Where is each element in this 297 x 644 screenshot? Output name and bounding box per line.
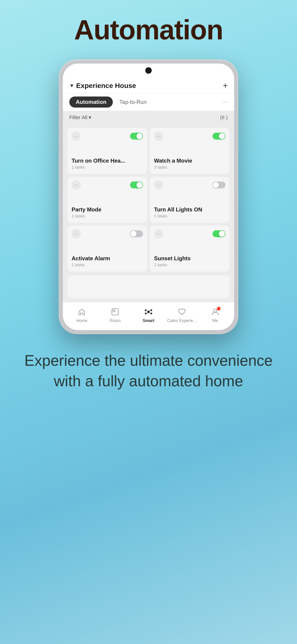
card-menu-1[interactable]: ··· — [154, 132, 163, 141]
nav-item-me[interactable]: Me — [198, 307, 232, 323]
automation-card-2[interactable]: ··· Party Mode 1 tasks — [68, 177, 147, 223]
card-name-0: Turn on Office Hea... — [72, 158, 143, 164]
card-menu-5[interactable]: ··· — [154, 229, 163, 238]
room-icon — [109, 307, 121, 317]
card-menu-0[interactable]: ··· — [72, 132, 81, 141]
card-name-2: Party Mode — [72, 206, 143, 213]
card-name-3: Turn All Lights ON — [154, 206, 226, 213]
card-tasks-5: 1 tasks — [154, 262, 226, 268]
svg-point-2 — [147, 310, 150, 313]
automation-card-3[interactable]: ··· Turn All Lights ON 1 tasks — [150, 177, 230, 223]
nav-item-home[interactable]: Home — [65, 307, 98, 323]
automation-card-1[interactable]: ··· Watch a Movie 3 tasks — [150, 128, 230, 174]
automation-card-0[interactable]: ··· Turn on Office Hea... 1 tasks — [68, 128, 147, 174]
svg-point-6 — [150, 312, 152, 314]
card-top-1: ··· — [154, 132, 226, 141]
card-bottom-3: Turn All Lights ON 1 tasks — [154, 206, 226, 218]
card-toggle-1[interactable] — [212, 133, 226, 140]
phone-frame: ▼ Experience House + Automation Tap-to-R… — [59, 60, 238, 334]
card-tasks-0: 1 tasks — [72, 165, 143, 170]
card-toggle-3[interactable] — [212, 182, 226, 188]
tabs-more-button[interactable]: ··· — [222, 99, 228, 105]
nav-label-calex: Calex Experie... — [167, 318, 196, 323]
page-title: Automation — [74, 14, 223, 46]
camera-dot — [145, 67, 152, 74]
nav-label-room: Room — [110, 318, 121, 323]
card-top-5: ··· — [154, 229, 226, 238]
nav-label-home: Home — [76, 318, 87, 323]
bottom-nav: Home Room — [63, 302, 234, 330]
svg-rect-0 — [112, 309, 118, 315]
card-tasks-2: 1 tasks — [72, 214, 143, 218]
nav-label-me: Me — [212, 318, 218, 323]
card-name-5: Sunset Lights — [154, 255, 226, 262]
card-toggle-0[interactable] — [130, 133, 143, 140]
notification-badge — [217, 307, 220, 310]
card-menu-2[interactable]: ··· — [72, 180, 81, 190]
svg-point-4 — [150, 309, 152, 311]
nav-label-smart: Smart — [142, 318, 154, 323]
extra-partial-card — [68, 275, 230, 298]
automation-grid: ··· Turn on Office Hea... 1 tasks ··· — [63, 124, 234, 275]
dropdown-arrow-icon[interactable]: ▼ — [69, 83, 74, 89]
card-bottom-1: Watch a Movie 3 tasks — [154, 158, 226, 170]
heart-icon — [176, 307, 188, 317]
card-tasks-1: 3 tasks — [154, 165, 226, 170]
filter-count: (6 ) — [220, 114, 228, 120]
page-subtitle: Experience the ultimate convenience with… — [0, 350, 297, 391]
automation-card-5[interactable]: ··· Sunset Lights 1 tasks — [150, 226, 230, 272]
card-bottom-4: Activate Alarm 1 tasks — [72, 255, 143, 268]
phone-notch — [63, 64, 234, 78]
automation-card-4[interactable]: ··· Activate Alarm 1 tasks — [68, 226, 147, 272]
tabs-left: Automation Tap-to-Run — [69, 96, 148, 108]
header-left: ▼ Experience House — [69, 82, 136, 90]
phone-screen: ▼ Experience House + Automation Tap-to-R… — [63, 64, 234, 330]
card-tasks-3: 1 tasks — [154, 214, 226, 218]
home-icon — [76, 307, 88, 317]
smart-icon — [143, 307, 154, 317]
nav-item-calex[interactable]: Calex Experie... — [165, 307, 198, 323]
filter-label[interactable]: Filter All ▾ — [69, 114, 91, 120]
card-menu-3[interactable]: ··· — [154, 180, 163, 190]
card-top-3: ··· — [154, 180, 226, 190]
card-bottom-0: Turn on Office Hea... 1 tasks — [72, 158, 143, 170]
svg-point-5 — [145, 312, 147, 314]
svg-point-3 — [145, 309, 147, 311]
svg-rect-1 — [113, 310, 115, 312]
card-toggle-5[interactable] — [212, 230, 226, 237]
card-top-0: ··· — [72, 132, 143, 141]
card-bottom-2: Party Mode 1 tasks — [72, 206, 143, 218]
card-toggle-4[interactable] — [130, 230, 143, 237]
card-name-4: Activate Alarm — [72, 255, 143, 262]
card-toggle-2[interactable] — [130, 182, 143, 188]
tabs-row: Automation Tap-to-Run ··· — [63, 94, 234, 111]
card-name-1: Watch a Movie — [154, 158, 226, 164]
app-header: ▼ Experience House + — [63, 78, 234, 94]
house-name: Experience House — [76, 82, 136, 90]
nav-item-smart[interactable]: Smart — [132, 307, 165, 323]
extra-card-row — [63, 275, 234, 302]
card-tasks-4: 1 tasks — [72, 262, 143, 268]
person-icon — [210, 307, 221, 317]
card-menu-4[interactable]: ··· — [72, 229, 81, 238]
tab-automation[interactable]: Automation — [69, 96, 113, 108]
card-top-2: ··· — [72, 180, 143, 190]
card-bottom-5: Sunset Lights 1 tasks — [154, 255, 226, 268]
filter-row: Filter All ▾ (6 ) — [63, 111, 234, 124]
tab-tap-to-run[interactable]: Tap-to-Run — [118, 96, 148, 108]
svg-point-7 — [214, 309, 217, 312]
add-automation-button[interactable]: + — [223, 82, 228, 90]
card-top-4: ··· — [72, 229, 143, 238]
nav-item-room[interactable]: Room — [98, 307, 132, 323]
